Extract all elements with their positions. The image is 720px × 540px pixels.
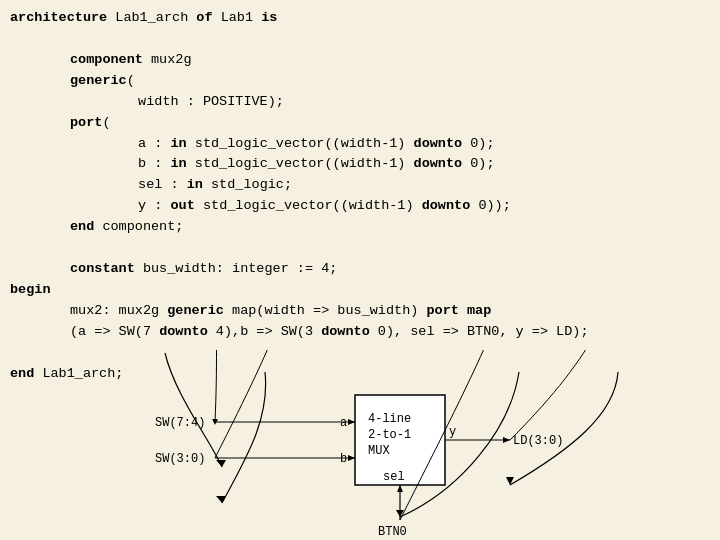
kw-in-a: in [171, 136, 187, 151]
kw-downto-y: downto [422, 198, 471, 213]
code-text: std_logic_vector((width-1) [195, 198, 422, 213]
code-line-blank2 [10, 238, 710, 259]
mux-diagram: 4-line 2-to-1 MUX SW(7:4) a SW(3:0) b y … [0, 350, 720, 540]
code-text: 0); [462, 136, 494, 151]
code-line-1: architecture Lab1_arch of Lab1 is [10, 8, 710, 29]
code-line-portmap: (a => SW(7 downto 4),b => SW(3 downto 0)… [10, 322, 710, 343]
a-label: a [340, 416, 347, 430]
kw-is: is [261, 10, 277, 25]
code-line-component: component mux2g [10, 50, 710, 71]
code-text: bus_width: integer := 4; [135, 261, 338, 276]
code-text: std_logic_vector((width-1) [187, 136, 414, 151]
code-line-y: y : out std_logic_vector((width-1) downt… [10, 196, 710, 217]
kw-out-y: out [171, 198, 195, 213]
svg-marker-4 [348, 455, 355, 461]
code-text: mux2g [143, 52, 192, 67]
code-text: sel : [130, 177, 187, 192]
code-text: std_logic; [203, 177, 292, 192]
code-line-constant: constant bus_width: integer := 4; [10, 259, 710, 280]
code-text: ( [127, 73, 135, 88]
kw-downto-sw30: downto [321, 324, 370, 339]
code-text: y : [130, 198, 171, 213]
code-text [459, 303, 467, 318]
code-line-generic: generic( [10, 71, 710, 92]
code-line-sel: sel : in std_logic; [10, 175, 710, 196]
code-text: b : [130, 156, 171, 171]
code-text: mux2: mux2g [70, 303, 167, 318]
svg-marker-6 [503, 437, 510, 443]
code-text: 4),b => SW(3 [208, 324, 321, 339]
code-text: component; [94, 219, 183, 234]
code-text: 0), sel => BTN0, y => LD); [370, 324, 589, 339]
ld30-label: LD(3:0) [513, 434, 563, 448]
b-label: b [340, 452, 347, 466]
kw-downto-b: downto [414, 156, 463, 171]
code-text: 0)); [470, 198, 511, 213]
code-line-mux: mux2: mux2g generic map(width => bus_wid… [10, 301, 710, 322]
sel-label: sel [383, 470, 405, 484]
kw-architecture: architecture [10, 10, 107, 25]
code-line-end-component: end component; [10, 217, 710, 238]
box-line1: 4-line [368, 412, 411, 426]
code-text: ( [102, 115, 110, 130]
kw-port: port [70, 115, 102, 130]
sw74-label: SW(7:4) [155, 416, 205, 430]
code-line-a: a : in std_logic_vector((width-1) downto… [10, 134, 710, 155]
box-line3: MUX [368, 444, 390, 458]
kw-begin: begin [10, 282, 51, 297]
code-area: architecture Lab1_arch of Lab1 is compon… [0, 0, 720, 393]
kw-end: end [70, 219, 94, 234]
code-line-blank [10, 29, 710, 50]
y-label: y [449, 425, 456, 439]
code-line-width: width : POSITIVE); [10, 92, 710, 113]
code-text: map(width => bus_width) [224, 303, 427, 318]
kw-constant: constant [70, 261, 135, 276]
kw-component: component [70, 52, 143, 67]
code-text: 0); [462, 156, 494, 171]
code-line-begin: begin [10, 280, 710, 301]
sw30-label: SW(3:0) [155, 452, 205, 466]
kw-generic-map: generic [167, 303, 224, 318]
code-text: std_logic_vector((width-1) [187, 156, 414, 171]
code-text: Lab1_arch [107, 10, 196, 25]
btn0-label: BTN0 [378, 525, 407, 539]
kw-in-sel: in [187, 177, 203, 192]
code-text: (a => SW(7 [70, 324, 159, 339]
kw-in-b: in [171, 156, 187, 171]
code-text: width : POSITIVE); [130, 94, 284, 109]
code-line-b: b : in std_logic_vector((width-1) downto… [10, 154, 710, 175]
kw-downto-sw74: downto [159, 324, 208, 339]
kw-generic: generic [70, 73, 127, 88]
code-text: Lab1 [213, 10, 262, 25]
kw-port-map: port [426, 303, 458, 318]
code-text: a : [130, 136, 171, 151]
svg-marker-2 [348, 419, 355, 425]
kw-of: of [196, 10, 212, 25]
kw-map: map [467, 303, 491, 318]
svg-marker-8 [397, 485, 403, 492]
kw-downto-a: downto [414, 136, 463, 151]
code-line-port: port( [10, 113, 710, 134]
box-line2: 2-to-1 [368, 428, 411, 442]
